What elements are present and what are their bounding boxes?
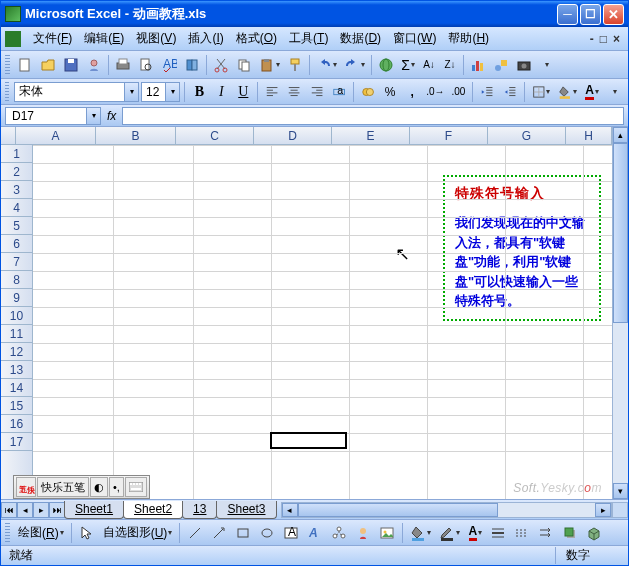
undo-button[interactable]: ▾ <box>313 54 340 76</box>
fx-button[interactable]: fx <box>107 109 116 123</box>
bold-button[interactable]: B <box>189 81 209 103</box>
line-button[interactable] <box>184 522 206 544</box>
font-size-combo[interactable]: 12 ▾ <box>141 82 180 102</box>
decrease-indent-button[interactable] <box>477 81 497 103</box>
ime-name[interactable]: 快乐五笔 <box>37 477 89 497</box>
align-left-button[interactable] <box>262 81 282 103</box>
row-header[interactable]: 8 <box>1 271 32 289</box>
spelling-button[interactable]: ABC <box>158 54 180 76</box>
borders-button[interactable]: ▾ <box>529 81 554 103</box>
column-header[interactable]: A <box>16 127 96 144</box>
select-objects-button[interactable] <box>76 522 98 544</box>
tab-first-button[interactable]: ⏮ <box>1 502 17 518</box>
sheet-tab[interactable]: Sheet2 <box>123 501 183 519</box>
font-color-button[interactable]: A▾ <box>582 81 602 103</box>
decrease-decimal-button[interactable]: .00 <box>448 81 468 103</box>
column-header[interactable]: B <box>96 127 176 144</box>
autoshapes-button[interactable]: 自选图形(U)▾ <box>100 522 176 544</box>
new-button[interactable] <box>14 54 36 76</box>
tab-last-button[interactable]: ⏭ <box>49 502 65 518</box>
menu-窗口[interactable]: 窗口(W) <box>387 29 442 47</box>
chevron-down-icon[interactable]: ▾ <box>165 83 179 101</box>
arrow-style-button[interactable] <box>535 522 557 544</box>
ime-shape-button[interactable]: ◐ <box>90 477 108 497</box>
toolbar-handle[interactable] <box>5 55 10 75</box>
close-button[interactable]: ✕ <box>603 4 624 25</box>
toolbar-options-button[interactable]: ▾ <box>604 81 624 103</box>
vertical-scrollbar[interactable]: ▴ ▾ <box>612 127 628 499</box>
cells-grid[interactable]: ↖ 特殊符号输入 我们发现现在的中文输入法，都具有"软键盘"功能，利用"软键盘"… <box>33 145 612 499</box>
scroll-thumb[interactable] <box>613 143 628 323</box>
resize-gripper[interactable] <box>612 502 628 518</box>
merge-center-button[interactable]: a <box>329 81 349 103</box>
textbox-button[interactable]: A <box>280 522 302 544</box>
research-button[interactable] <box>181 54 203 76</box>
active-cell[interactable] <box>270 432 347 449</box>
row-header[interactable]: 1 <box>1 145 32 163</box>
name-box[interactable]: D17 ▾ <box>5 107 101 125</box>
font-combo[interactable]: 宋体 ▾ <box>14 82 139 102</box>
print-button[interactable] <box>112 54 134 76</box>
row-header[interactable]: 10 <box>1 307 32 325</box>
align-right-button[interactable] <box>307 81 327 103</box>
rectangle-button[interactable] <box>232 522 254 544</box>
menu-格式[interactable]: 格式(O) <box>230 29 283 47</box>
row-header[interactable]: 16 <box>1 415 32 433</box>
tab-prev-button[interactable]: ◂ <box>17 502 33 518</box>
3d-button[interactable] <box>583 522 605 544</box>
italic-button[interactable]: I <box>211 81 231 103</box>
ime-softkbd-button[interactable] <box>125 477 147 497</box>
underline-button[interactable]: U <box>233 81 253 103</box>
arrow-button[interactable] <box>208 522 230 544</box>
row-header[interactable]: 5 <box>1 217 32 235</box>
fill-color-button[interactable]: ▾ <box>407 522 434 544</box>
camera-button[interactable] <box>513 54 535 76</box>
toolbar-handle[interactable] <box>5 82 9 102</box>
row-header[interactable]: 11 <box>1 325 32 343</box>
diagram-button[interactable] <box>328 522 350 544</box>
draw-menu-button[interactable]: 绘图(R)▾ <box>15 522 67 544</box>
row-header[interactable]: 3 <box>1 181 32 199</box>
insert-picture-button[interactable] <box>376 522 398 544</box>
percent-button[interactable]: % <box>380 81 400 103</box>
row-header[interactable]: 6 <box>1 235 32 253</box>
row-header[interactable]: 7 <box>1 253 32 271</box>
scroll-right-button[interactable]: ▸ <box>595 503 611 517</box>
dash-style-button[interactable] <box>511 522 533 544</box>
scroll-down-button[interactable]: ▾ <box>613 483 628 499</box>
chevron-down-icon[interactable]: ▾ <box>124 83 138 101</box>
row-header[interactable]: 2 <box>1 163 32 181</box>
column-header[interactable]: F <box>410 127 488 144</box>
hyperlink-button[interactable] <box>375 54 397 76</box>
cut-button[interactable] <box>210 54 232 76</box>
mdi-minimize-button[interactable]: - <box>590 32 594 46</box>
titlebar[interactable]: Microsoft Excel - 动画教程.xls ─ ☐ ✕ <box>1 1 628 27</box>
column-header[interactable]: H <box>566 127 612 144</box>
scroll-up-button[interactable]: ▴ <box>613 127 628 143</box>
scroll-left-button[interactable]: ◂ <box>282 503 298 517</box>
horizontal-scrollbar[interactable]: ◂ ▸ <box>281 502 613 518</box>
menu-编辑[interactable]: 编辑(E) <box>78 29 130 47</box>
ime-toggle-button[interactable]: 快乐五笔 <box>16 477 36 497</box>
column-header[interactable]: C <box>176 127 254 144</box>
row-header[interactable]: 17 <box>1 433 32 451</box>
sheet-tab[interactable]: 13 <box>182 501 217 519</box>
currency-button[interactable] <box>358 81 378 103</box>
mdi-restore-button[interactable]: □ <box>600 32 607 46</box>
fill-color-button[interactable]: ▾ <box>555 81 580 103</box>
row-header[interactable]: 4 <box>1 199 32 217</box>
chart-button[interactable] <box>467 54 489 76</box>
font-color-button[interactable]: A▾ <box>465 522 485 544</box>
formula-input[interactable] <box>122 107 624 125</box>
menu-工具[interactable]: 工具(T) <box>283 29 334 47</box>
chevron-down-icon[interactable]: ▾ <box>86 108 100 124</box>
copy-button[interactable] <box>233 54 255 76</box>
row-header[interactable]: 15 <box>1 397 32 415</box>
increase-indent-button[interactable] <box>500 81 520 103</box>
menu-数据[interactable]: 数据(D) <box>334 29 387 47</box>
format-painter-button[interactable] <box>284 54 306 76</box>
select-all-button[interactable] <box>1 127 16 144</box>
column-header[interactable]: E <box>332 127 410 144</box>
column-header[interactable]: D <box>254 127 332 144</box>
permission-button[interactable] <box>83 54 105 76</box>
